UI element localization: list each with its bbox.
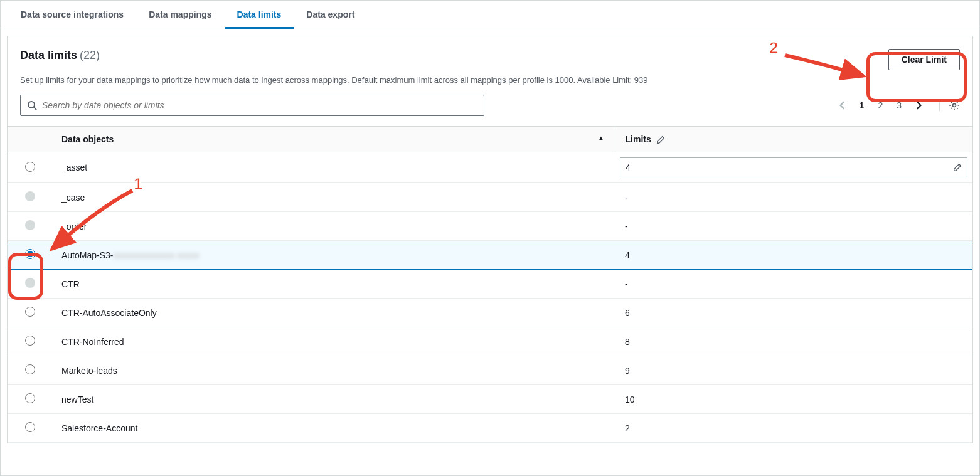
row-select-cell bbox=[8, 241, 51, 270]
tabs-bar: Data source integrations Data mappings D… bbox=[1, 1, 979, 29]
row-radio[interactable] bbox=[25, 422, 35, 432]
data-object-cell: AutoMap-S3-xxxxxxxxxxxxxx xxxxx bbox=[51, 241, 615, 270]
table-row: CTR-NoInferred8 bbox=[8, 327, 972, 356]
row-radio[interactable] bbox=[25, 336, 35, 346]
row-select-cell bbox=[8, 327, 51, 356]
limit-editable-box[interactable]: 4 bbox=[620, 157, 967, 177]
data-object-cell: Salesforce-Account bbox=[51, 414, 615, 443]
tab-data-mappings[interactable]: Data mappings bbox=[136, 1, 224, 29]
col-header-objects-label: Data objects bbox=[61, 134, 114, 144]
limit-cell[interactable]: 4 bbox=[615, 152, 972, 183]
data-object-cell: CTR bbox=[51, 270, 615, 299]
limit-value: 4 bbox=[626, 162, 631, 172]
table-row: Marketo-leads9 bbox=[8, 356, 972, 385]
page-1[interactable]: 1 bbox=[857, 99, 867, 112]
limit-cell: 10 bbox=[615, 385, 972, 414]
row-radio[interactable] bbox=[25, 307, 35, 317]
row-radio[interactable] bbox=[25, 364, 35, 374]
search-icon bbox=[27, 100, 37, 110]
col-header-select bbox=[8, 127, 51, 152]
limit-cell: 4 bbox=[615, 241, 972, 270]
col-header-objects[interactable]: Data objects ▲ bbox=[51, 127, 615, 152]
row-select-cell bbox=[8, 356, 51, 385]
table-row: _order- bbox=[8, 212, 972, 241]
edit-icon[interactable] bbox=[953, 163, 962, 172]
data-limits-panel: Data limits (22) Clear Limit Set up limi… bbox=[7, 36, 973, 443]
data-object-cell: CTR-AutoAssociateOnly bbox=[51, 299, 615, 327]
tab-data-export[interactable]: Data export bbox=[294, 1, 367, 29]
svg-line-1 bbox=[34, 107, 36, 110]
table-row: newTest10 bbox=[8, 385, 972, 414]
limit-cell: - bbox=[615, 212, 972, 241]
paginator: 1 2 3 bbox=[837, 99, 960, 112]
limit-cell: - bbox=[615, 270, 972, 299]
edit-column-icon bbox=[656, 135, 665, 144]
next-page-icon[interactable] bbox=[913, 100, 924, 111]
svg-point-2 bbox=[953, 104, 956, 107]
svg-point-0 bbox=[28, 102, 35, 108]
row-select-cell bbox=[8, 414, 51, 443]
panel-count: (22) bbox=[80, 49, 100, 61]
row-radio-disabled bbox=[25, 191, 35, 201]
prev-page-icon[interactable] bbox=[837, 100, 848, 111]
settings-icon[interactable] bbox=[939, 100, 960, 111]
limit-cell: - bbox=[615, 183, 972, 212]
annotation-num-1: 1 bbox=[134, 174, 142, 194]
redacted-text: xxxxxxxxxxxxxx xxxxx bbox=[113, 250, 199, 260]
table-row: _case- bbox=[8, 183, 972, 212]
row-select-cell bbox=[8, 385, 51, 414]
row-select-cell bbox=[8, 212, 51, 241]
search-input[interactable] bbox=[42, 100, 477, 110]
row-radio-disabled bbox=[25, 220, 35, 230]
limit-cell: 6 bbox=[615, 299, 972, 327]
row-select-cell bbox=[8, 152, 51, 183]
table-row: _asset4 bbox=[8, 152, 972, 183]
panel-description: Set up limits for your data mappings to … bbox=[8, 70, 972, 95]
panel-title: Data limits bbox=[20, 49, 77, 61]
data-limits-table: Data objects ▲ Limits _asset4_case-_orde… bbox=[8, 126, 972, 443]
clear-limit-button[interactable]: Clear Limit bbox=[888, 49, 960, 70]
col-header-limits[interactable]: Limits bbox=[615, 127, 972, 152]
row-select-cell bbox=[8, 270, 51, 299]
row-radio[interactable] bbox=[25, 249, 35, 259]
tab-data-source-integrations[interactable]: Data source integrations bbox=[8, 1, 136, 29]
table-row: CTR- bbox=[8, 270, 972, 299]
row-radio[interactable] bbox=[25, 162, 35, 172]
row-select-cell bbox=[8, 183, 51, 212]
page-3[interactable]: 3 bbox=[894, 99, 904, 112]
row-select-cell bbox=[8, 299, 51, 327]
data-object-cell: newTest bbox=[51, 385, 615, 414]
annotation-num-2: 2 bbox=[769, 38, 778, 58]
limit-cell: 9 bbox=[615, 356, 972, 385]
table-row: AutoMap-S3-xxxxxxxxxxxxxx xxxxx4 bbox=[8, 241, 972, 270]
row-radio[interactable] bbox=[25, 393, 35, 403]
page-2[interactable]: 2 bbox=[875, 99, 885, 112]
data-object-cell: Marketo-leads bbox=[51, 356, 615, 385]
tab-data-limits[interactable]: Data limits bbox=[225, 1, 294, 29]
limit-cell: 8 bbox=[615, 327, 972, 356]
limit-cell: 2 bbox=[615, 414, 972, 443]
sort-asc-icon: ▲ bbox=[598, 134, 605, 142]
table-row: CTR-AutoAssociateOnly6 bbox=[8, 299, 972, 327]
table-row: Salesforce-Account2 bbox=[8, 414, 972, 443]
search-input-wrapper[interactable] bbox=[20, 95, 484, 116]
data-object-cell: CTR-NoInferred bbox=[51, 327, 615, 356]
col-header-limits-label: Limits bbox=[626, 134, 651, 144]
data-object-cell: _order bbox=[51, 212, 615, 241]
row-radio-disabled bbox=[25, 278, 35, 288]
